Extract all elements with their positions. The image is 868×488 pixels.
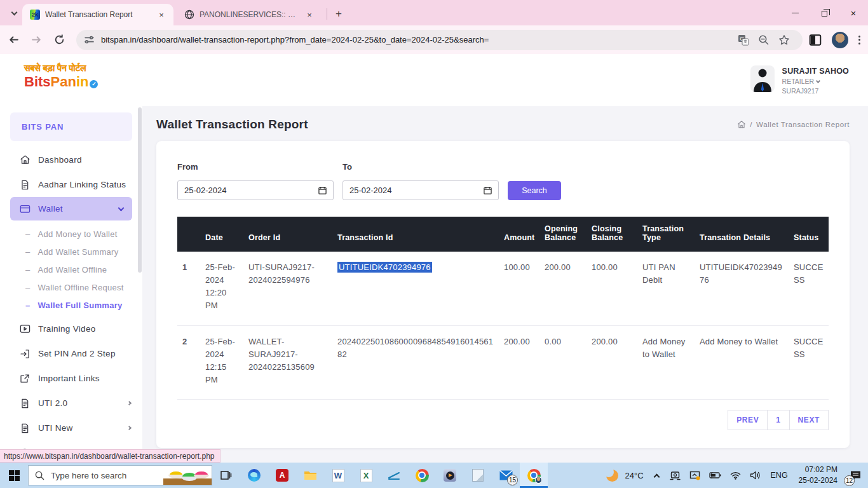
from-date-input[interactable]: 25-02-2024 bbox=[177, 180, 334, 200]
sidebar-section-bits-pan[interactable]: BITS PAN bbox=[10, 112, 132, 141]
chevron-up-icon bbox=[653, 473, 660, 480]
window-minimize-button[interactable] bbox=[780, 0, 810, 25]
pagination-page-1[interactable]: 1 bbox=[767, 410, 789, 430]
cell-transaction-details: UTITUEIDK4702394976 bbox=[695, 252, 789, 325]
pagination-next-button[interactable]: NEXT bbox=[789, 410, 829, 430]
cast-icon bbox=[670, 471, 681, 480]
sidebar-subitem-add-wallet-summary[interactable]: Add Wallet Summary bbox=[0, 243, 142, 261]
taskbar-chrome-active[interactable] bbox=[520, 463, 548, 488]
user-role: RETAILER bbox=[782, 78, 849, 85]
sidebar-item-training-video[interactable]: Training Video bbox=[0, 316, 142, 341]
browser-tab-inactive[interactable]: PANONLINESERVICES:: Pending × bbox=[177, 4, 322, 25]
taskbar-excel[interactable]: X bbox=[352, 463, 380, 488]
tray-wifi[interactable] bbox=[726, 463, 745, 488]
tray-date: 25-02-2024 bbox=[799, 475, 837, 486]
tray-volume[interactable] bbox=[745, 463, 765, 488]
selected-text[interactable]: UTITUEIDK4702394976 bbox=[337, 262, 432, 273]
wifi-icon bbox=[730, 471, 741, 480]
taskbar-edge[interactable] bbox=[240, 463, 268, 488]
site-settings-icon[interactable] bbox=[84, 34, 95, 45]
language-indicator[interactable]: ENG bbox=[765, 463, 794, 488]
cell-transaction-details: Add Money to Wallet bbox=[695, 325, 789, 400]
taskbar-scanner[interactable] bbox=[380, 463, 408, 488]
user-id: SURAJ9217 bbox=[782, 87, 849, 95]
cell-order-id: UTI-SURAJ9217-2024022594976 bbox=[243, 252, 332, 325]
screen-share-icon bbox=[689, 471, 700, 480]
window-close-button[interactable]: × bbox=[839, 0, 868, 25]
home-icon[interactable] bbox=[737, 120, 746, 129]
browser-profile-avatar[interactable] bbox=[832, 32, 848, 48]
taskbar-mail[interactable]: 15 bbox=[492, 463, 520, 488]
acrobat-icon: A bbox=[276, 469, 288, 482]
sidebar-item-uti-2-0[interactable]: UTI 2.0 bbox=[0, 391, 142, 416]
address-bar[interactable]: bitspan.in/dashboard/wallet-transaction-… bbox=[76, 30, 803, 50]
logo-tagline: सबसे बड़ा पैन पोर्टल bbox=[24, 63, 142, 74]
reload-button[interactable] bbox=[50, 30, 69, 50]
search-button[interactable]: Search bbox=[508, 181, 561, 200]
browser-titlebar: 2k Wallet Transaction Report × PANONLINE… bbox=[0, 0, 868, 25]
sidebar-item-dashboard[interactable]: Dashboard bbox=[0, 147, 142, 172]
task-view-button[interactable] bbox=[212, 463, 240, 488]
to-date-input[interactable]: 25-02-2024 bbox=[342, 180, 499, 200]
taskbar-chrome[interactable] bbox=[408, 463, 436, 488]
taskbar-kmplayer[interactable] bbox=[436, 463, 464, 488]
task-view-icon bbox=[220, 470, 232, 481]
taskbar-notepad[interactable] bbox=[464, 463, 492, 488]
bookmark-star-icon[interactable] bbox=[778, 34, 790, 46]
holi-bowls-image bbox=[163, 466, 212, 485]
notification-center-button[interactable]: 12 bbox=[843, 463, 868, 488]
cell-opening-balance: 0.00 bbox=[539, 325, 587, 400]
taskbar-acrobat[interactable]: A bbox=[268, 463, 296, 488]
user-avatar bbox=[750, 65, 775, 92]
sidebar-item-wallet[interactable]: Wallet bbox=[10, 197, 132, 220]
user-menu[interactable]: SURAJIT SAHOO RETAILER SURAJ9217 bbox=[750, 65, 849, 95]
clock[interactable]: 07:02 PM 25-02-2024 bbox=[794, 464, 843, 486]
browser-tab-active[interactable]: 2k Wallet Transaction Report × bbox=[22, 4, 173, 25]
sidebar-subitem-wallet-offline-request[interactable]: Wallet Offline Request bbox=[0, 278, 142, 296]
sidebar-subitem-wallet-full-summary[interactable]: Wallet Full Summary bbox=[0, 296, 142, 314]
back-button[interactable] bbox=[4, 30, 23, 50]
chrome-icon bbox=[416, 469, 429, 482]
sidebar-item-aadhar-linking-status[interactable]: Aadhar Linking Status bbox=[0, 172, 142, 197]
bitspan-logo[interactable]: सबसे बड़ा पैन पोर्टल BitsPanin ✓ bbox=[0, 54, 142, 105]
taskbar-search-box[interactable]: Type here to search bbox=[28, 465, 212, 485]
chrome-profile-mini-avatar bbox=[535, 477, 542, 484]
chevron-down-icon bbox=[118, 205, 125, 211]
start-button[interactable] bbox=[0, 463, 28, 488]
new-tab-button[interactable]: + bbox=[331, 6, 346, 22]
search-icon bbox=[35, 471, 44, 480]
tray-cast[interactable] bbox=[665, 463, 685, 488]
calendar-icon[interactable] bbox=[318, 186, 327, 194]
sidebar-item-uti-new[interactable]: UTI New bbox=[0, 416, 142, 440]
forward-button[interactable] bbox=[27, 30, 46, 50]
cell-status: SUCCESS bbox=[789, 325, 829, 400]
battery-icon bbox=[709, 471, 721, 479]
browser-menu-icon[interactable] bbox=[858, 36, 860, 44]
notification-badge: 12 bbox=[844, 475, 855, 486]
tab-list-chevron-button[interactable] bbox=[5, 5, 23, 22]
window-restore-button[interactable] bbox=[810, 0, 839, 25]
google-translate-icon[interactable]: G bbox=[738, 34, 749, 46]
side-panel-icon[interactable] bbox=[809, 34, 822, 46]
tray-battery[interactable] bbox=[705, 463, 726, 488]
taskbar-file-explorer[interactable] bbox=[296, 463, 324, 488]
sidebar-item-set-pin-and-2-step[interactable]: Set PIN And 2 Step bbox=[0, 341, 142, 366]
taskbar-word[interactable]: W bbox=[324, 463, 352, 488]
weather-widget[interactable]: 24°C bbox=[602, 463, 648, 488]
cell-closing-balance: 200.00 bbox=[587, 325, 637, 400]
globe-favicon bbox=[184, 10, 194, 20]
sidebar-subitem-add-money-to-wallet[interactable]: Add Money to Wallet bbox=[0, 225, 142, 243]
pagination: PREV 1 NEXT bbox=[177, 410, 829, 430]
calendar-icon[interactable] bbox=[484, 186, 492, 194]
breadcrumb: / Wallet Transaction Report bbox=[737, 120, 850, 129]
zoom-out-icon[interactable] bbox=[758, 34, 770, 46]
tray-expand-button[interactable] bbox=[648, 463, 665, 488]
tab-close-icon[interactable]: × bbox=[156, 9, 167, 20]
sidebar-item-important-links[interactable]: Important Links bbox=[0, 366, 142, 391]
sidebar-scrollbar[interactable] bbox=[138, 107, 142, 273]
sidebar-subitem-add-wallet-offline[interactable]: Add Wallet Offline bbox=[0, 261, 142, 278]
tray-screen-share[interactable] bbox=[685, 463, 705, 488]
document-icon bbox=[19, 398, 31, 409]
tab-close-icon[interactable]: × bbox=[304, 9, 315, 20]
pagination-prev-button[interactable]: PREV bbox=[728, 410, 768, 430]
